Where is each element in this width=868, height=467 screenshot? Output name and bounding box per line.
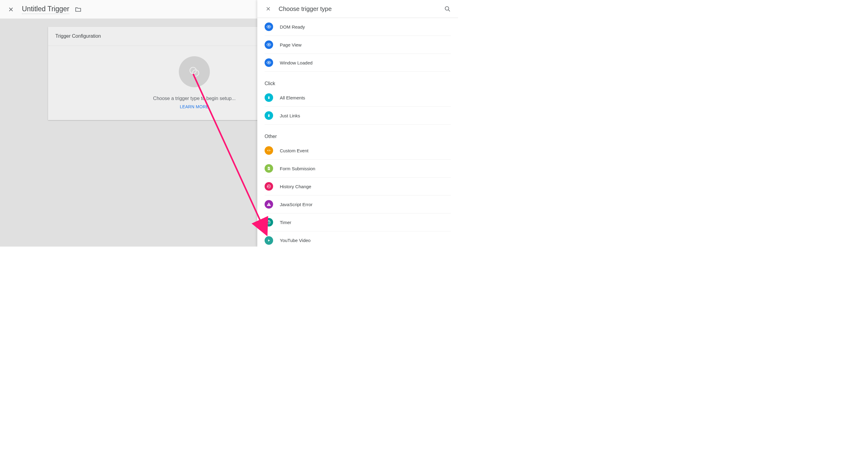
trigger-label: YouTube Video bbox=[280, 238, 311, 243]
svg-rect-14 bbox=[269, 205, 269, 206]
trigger-label: Page View bbox=[280, 42, 301, 48]
trigger-label: Custom Event bbox=[280, 148, 308, 153]
history-icon bbox=[265, 182, 273, 191]
mouse-icon bbox=[265, 111, 273, 120]
eye-icon bbox=[265, 23, 273, 31]
close-panel-button[interactable] bbox=[265, 5, 272, 12]
svg-rect-11 bbox=[268, 168, 270, 169]
svg-point-4 bbox=[268, 44, 269, 45]
trigger-label: Just Links bbox=[280, 113, 300, 118]
trigger-row-page-view[interactable]: Page View bbox=[265, 36, 451, 54]
clock-icon bbox=[265, 218, 273, 226]
folder-icon[interactable] bbox=[74, 6, 82, 13]
mouse-icon bbox=[265, 93, 273, 102]
svg-rect-12 bbox=[268, 169, 269, 169]
trigger-row-just-links[interactable]: Just Links bbox=[265, 107, 451, 125]
form-icon bbox=[265, 164, 273, 173]
trigger-label: Window Loaded bbox=[280, 60, 313, 65]
play-icon bbox=[265, 236, 273, 245]
trigger-placeholder-icon bbox=[188, 65, 201, 78]
choose-trigger-placeholder-button[interactable] bbox=[179, 56, 210, 87]
svg-rect-10 bbox=[268, 168, 270, 168]
trigger-row-timer[interactable]: Timer bbox=[265, 213, 451, 231]
eye-icon bbox=[265, 40, 273, 49]
trigger-label: Timer bbox=[280, 220, 291, 225]
panel-title: Choose trigger type bbox=[279, 5, 444, 12]
warning-icon bbox=[265, 200, 273, 209]
choose-trigger-type-panel: Choose trigger type DOM Ready Page View … bbox=[257, 0, 458, 247]
svg-rect-7 bbox=[269, 96, 269, 98]
section-click: Click bbox=[265, 72, 451, 89]
trigger-row-custom-event[interactable]: Custom Event bbox=[265, 142, 451, 160]
empty-state-prompt: Choose a trigger type to begin setup... bbox=[153, 96, 236, 101]
svg-point-0 bbox=[190, 67, 196, 73]
trigger-row-javascript-error[interactable]: JavaScript Error bbox=[265, 195, 451, 213]
panel-header: Choose trigger type bbox=[257, 0, 458, 18]
svg-rect-9 bbox=[269, 114, 269, 116]
trigger-label: DOM Ready bbox=[280, 24, 305, 30]
trigger-label: Form Submission bbox=[280, 166, 315, 171]
trigger-label: JavaScript Error bbox=[280, 202, 313, 207]
trigger-label: All Elements bbox=[280, 95, 305, 100]
svg-rect-13 bbox=[269, 204, 269, 205]
panel-body: DOM Ready Page View Window Loaded Click … bbox=[257, 18, 458, 247]
svg-point-5 bbox=[268, 62, 269, 63]
trigger-row-dom-ready[interactable]: DOM Ready bbox=[265, 18, 451, 36]
search-button[interactable] bbox=[444, 5, 451, 12]
learn-more-link[interactable]: LEARN MORE bbox=[180, 104, 209, 109]
trigger-row-window-loaded[interactable]: Window Loaded bbox=[265, 54, 451, 72]
trigger-row-history-change[interactable]: History Change bbox=[265, 178, 451, 195]
trigger-row-form-submission[interactable]: Form Submission bbox=[265, 160, 451, 178]
trigger-label: History Change bbox=[280, 184, 311, 189]
search-icon bbox=[444, 5, 451, 12]
trigger-row-youtube-video[interactable]: YouTube Video bbox=[265, 231, 451, 247]
code-icon bbox=[265, 146, 273, 155]
trigger-name-input[interactable]: Untitled Trigger bbox=[22, 5, 69, 14]
trigger-row-all-elements[interactable]: All Elements bbox=[265, 89, 451, 107]
eye-icon bbox=[265, 58, 273, 67]
svg-point-1 bbox=[192, 70, 199, 76]
svg-point-2 bbox=[445, 7, 449, 10]
close-editor-button[interactable] bbox=[7, 6, 14, 13]
section-other: Other bbox=[265, 125, 451, 142]
svg-point-3 bbox=[268, 27, 269, 27]
